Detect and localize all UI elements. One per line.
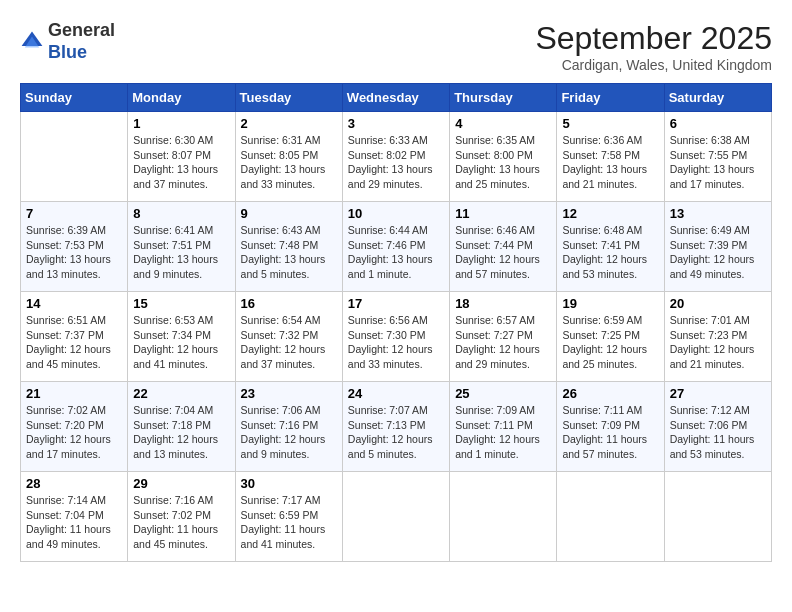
calendar-cell: 17Sunrise: 6:56 AM Sunset: 7:30 PM Dayli… — [342, 292, 449, 382]
calendar-cell: 20Sunrise: 7:01 AM Sunset: 7:23 PM Dayli… — [664, 292, 771, 382]
day-number: 23 — [241, 386, 337, 401]
day-number: 2 — [241, 116, 337, 131]
location: Cardigan, Wales, United Kingdom — [535, 57, 772, 73]
day-number: 29 — [133, 476, 229, 491]
calendar-cell: 29Sunrise: 7:16 AM Sunset: 7:02 PM Dayli… — [128, 472, 235, 562]
day-number: 24 — [348, 386, 444, 401]
calendar-cell — [21, 112, 128, 202]
day-number: 9 — [241, 206, 337, 221]
day-detail: Sunrise: 7:07 AM Sunset: 7:13 PM Dayligh… — [348, 403, 444, 462]
day-detail: Sunrise: 7:16 AM Sunset: 7:02 PM Dayligh… — [133, 493, 229, 552]
day-number: 12 — [562, 206, 658, 221]
day-detail: Sunrise: 6:57 AM Sunset: 7:27 PM Dayligh… — [455, 313, 551, 372]
column-header-sunday: Sunday — [21, 84, 128, 112]
calendar-cell — [450, 472, 557, 562]
day-detail: Sunrise: 6:43 AM Sunset: 7:48 PM Dayligh… — [241, 223, 337, 282]
day-number: 1 — [133, 116, 229, 131]
day-detail: Sunrise: 6:56 AM Sunset: 7:30 PM Dayligh… — [348, 313, 444, 372]
day-number: 26 — [562, 386, 658, 401]
calendar-cell: 1Sunrise: 6:30 AM Sunset: 8:07 PM Daylig… — [128, 112, 235, 202]
calendar-cell: 23Sunrise: 7:06 AM Sunset: 7:16 PM Dayli… — [235, 382, 342, 472]
day-detail: Sunrise: 6:46 AM Sunset: 7:44 PM Dayligh… — [455, 223, 551, 282]
calendar-cell: 8Sunrise: 6:41 AM Sunset: 7:51 PM Daylig… — [128, 202, 235, 292]
day-detail: Sunrise: 7:09 AM Sunset: 7:11 PM Dayligh… — [455, 403, 551, 462]
month-title: September 2025 — [535, 20, 772, 57]
day-detail: Sunrise: 6:51 AM Sunset: 7:37 PM Dayligh… — [26, 313, 122, 372]
logo-general: General — [48, 20, 115, 40]
calendar-cell: 9Sunrise: 6:43 AM Sunset: 7:48 PM Daylig… — [235, 202, 342, 292]
day-detail: Sunrise: 6:48 AM Sunset: 7:41 PM Dayligh… — [562, 223, 658, 282]
day-number: 5 — [562, 116, 658, 131]
day-detail: Sunrise: 6:44 AM Sunset: 7:46 PM Dayligh… — [348, 223, 444, 282]
column-header-tuesday: Tuesday — [235, 84, 342, 112]
calendar-cell: 18Sunrise: 6:57 AM Sunset: 7:27 PM Dayli… — [450, 292, 557, 382]
calendar-cell — [342, 472, 449, 562]
day-detail: Sunrise: 6:35 AM Sunset: 8:00 PM Dayligh… — [455, 133, 551, 192]
day-detail: Sunrise: 7:17 AM Sunset: 6:59 PM Dayligh… — [241, 493, 337, 552]
day-number: 10 — [348, 206, 444, 221]
calendar-cell: 2Sunrise: 6:31 AM Sunset: 8:05 PM Daylig… — [235, 112, 342, 202]
calendar-cell: 28Sunrise: 7:14 AM Sunset: 7:04 PM Dayli… — [21, 472, 128, 562]
day-number: 30 — [241, 476, 337, 491]
day-number: 28 — [26, 476, 122, 491]
day-detail: Sunrise: 6:54 AM Sunset: 7:32 PM Dayligh… — [241, 313, 337, 372]
day-detail: Sunrise: 7:11 AM Sunset: 7:09 PM Dayligh… — [562, 403, 658, 462]
calendar-cell: 10Sunrise: 6:44 AM Sunset: 7:46 PM Dayli… — [342, 202, 449, 292]
logo-blue: Blue — [48, 42, 87, 62]
day-detail: Sunrise: 7:06 AM Sunset: 7:16 PM Dayligh… — [241, 403, 337, 462]
column-header-thursday: Thursday — [450, 84, 557, 112]
calendar-cell: 13Sunrise: 6:49 AM Sunset: 7:39 PM Dayli… — [664, 202, 771, 292]
day-detail: Sunrise: 6:38 AM Sunset: 7:55 PM Dayligh… — [670, 133, 766, 192]
calendar-cell: 14Sunrise: 6:51 AM Sunset: 7:37 PM Dayli… — [21, 292, 128, 382]
day-detail: Sunrise: 6:49 AM Sunset: 7:39 PM Dayligh… — [670, 223, 766, 282]
column-header-friday: Friday — [557, 84, 664, 112]
day-detail: Sunrise: 6:30 AM Sunset: 8:07 PM Dayligh… — [133, 133, 229, 192]
calendar-cell: 15Sunrise: 6:53 AM Sunset: 7:34 PM Dayli… — [128, 292, 235, 382]
calendar-cell: 12Sunrise: 6:48 AM Sunset: 7:41 PM Dayli… — [557, 202, 664, 292]
calendar-header-row: SundayMondayTuesdayWednesdayThursdayFrid… — [21, 84, 772, 112]
day-detail: Sunrise: 6:31 AM Sunset: 8:05 PM Dayligh… — [241, 133, 337, 192]
day-number: 13 — [670, 206, 766, 221]
day-number: 14 — [26, 296, 122, 311]
day-number: 6 — [670, 116, 766, 131]
day-detail: Sunrise: 7:01 AM Sunset: 7:23 PM Dayligh… — [670, 313, 766, 372]
day-number: 27 — [670, 386, 766, 401]
calendar-cell — [557, 472, 664, 562]
day-number: 17 — [348, 296, 444, 311]
day-number: 3 — [348, 116, 444, 131]
calendar-cell: 5Sunrise: 6:36 AM Sunset: 7:58 PM Daylig… — [557, 112, 664, 202]
day-detail: Sunrise: 7:04 AM Sunset: 7:18 PM Dayligh… — [133, 403, 229, 462]
day-number: 19 — [562, 296, 658, 311]
day-detail: Sunrise: 6:53 AM Sunset: 7:34 PM Dayligh… — [133, 313, 229, 372]
calendar-week-1: 1Sunrise: 6:30 AM Sunset: 8:07 PM Daylig… — [21, 112, 772, 202]
calendar-cell: 6Sunrise: 6:38 AM Sunset: 7:55 PM Daylig… — [664, 112, 771, 202]
column-header-saturday: Saturday — [664, 84, 771, 112]
calendar-cell: 27Sunrise: 7:12 AM Sunset: 7:06 PM Dayli… — [664, 382, 771, 472]
day-detail: Sunrise: 7:02 AM Sunset: 7:20 PM Dayligh… — [26, 403, 122, 462]
logo: General Blue — [20, 20, 115, 63]
calendar-table: SundayMondayTuesdayWednesdayThursdayFrid… — [20, 83, 772, 562]
day-detail: Sunrise: 6:39 AM Sunset: 7:53 PM Dayligh… — [26, 223, 122, 282]
logo-icon — [20, 30, 44, 54]
calendar-cell: 21Sunrise: 7:02 AM Sunset: 7:20 PM Dayli… — [21, 382, 128, 472]
day-number: 22 — [133, 386, 229, 401]
day-number: 4 — [455, 116, 551, 131]
day-number: 20 — [670, 296, 766, 311]
calendar-cell: 4Sunrise: 6:35 AM Sunset: 8:00 PM Daylig… — [450, 112, 557, 202]
calendar-cell — [664, 472, 771, 562]
column-header-wednesday: Wednesday — [342, 84, 449, 112]
day-number: 7 — [26, 206, 122, 221]
day-number: 15 — [133, 296, 229, 311]
calendar-cell: 3Sunrise: 6:33 AM Sunset: 8:02 PM Daylig… — [342, 112, 449, 202]
calendar-week-2: 7Sunrise: 6:39 AM Sunset: 7:53 PM Daylig… — [21, 202, 772, 292]
calendar-week-5: 28Sunrise: 7:14 AM Sunset: 7:04 PM Dayli… — [21, 472, 772, 562]
page-header: General Blue September 2025 Cardigan, Wa… — [20, 20, 772, 73]
day-number: 18 — [455, 296, 551, 311]
day-detail: Sunrise: 6:36 AM Sunset: 7:58 PM Dayligh… — [562, 133, 658, 192]
calendar-cell: 30Sunrise: 7:17 AM Sunset: 6:59 PM Dayli… — [235, 472, 342, 562]
day-detail: Sunrise: 6:33 AM Sunset: 8:02 PM Dayligh… — [348, 133, 444, 192]
calendar-cell: 16Sunrise: 6:54 AM Sunset: 7:32 PM Dayli… — [235, 292, 342, 382]
day-detail: Sunrise: 6:41 AM Sunset: 7:51 PM Dayligh… — [133, 223, 229, 282]
title-block: September 2025 Cardigan, Wales, United K… — [535, 20, 772, 73]
day-number: 11 — [455, 206, 551, 221]
